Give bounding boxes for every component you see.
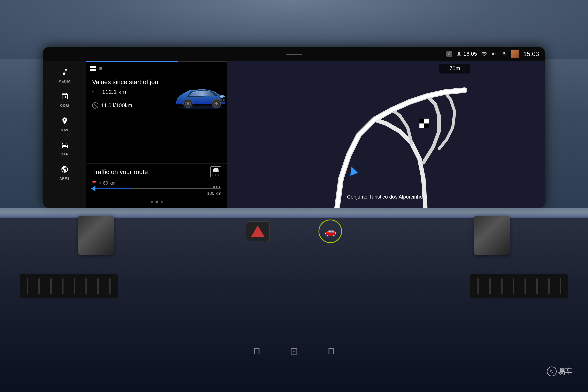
bottom-control-icons: ⊓ ⊡ ⊓ [253,345,335,357]
info-panel: ≡ Values since start of jou •→| 112.1 km [86,61,227,208]
ac-fan-icon[interactable]: ⊡ [290,345,298,357]
sidebar-item-apps[interactable]: APPS [47,162,82,184]
fuel-icon [92,102,98,108]
sidebar-com-label: COM [60,104,69,108]
sidebar-nav-label: NAV [61,128,68,132]
grid-view-icon[interactable] [90,66,96,71]
vent-fin [548,278,550,294]
sidebar-item-car[interactable]: CAR [47,138,82,160]
sidebar-item-media[interactable]: MEDIA [47,65,82,87]
badge-number: 3 [446,51,452,57]
distance-arrow-icon: •→| [92,89,100,95]
seat-heat-icon[interactable]: ⊓ [253,345,260,357]
page-dot-2 [156,201,158,203]
badge-3-small: 3 [99,182,101,185]
sidebar-apps-label: APPS [60,176,70,181]
grid-cell-3 [90,69,93,71]
hazard-button[interactable] [246,222,270,241]
vent-fin [62,278,64,294]
progress-bar-fill [86,61,178,62]
map-panel[interactable]: 70m Conjunto Turistico dos Alporcinhos [227,61,545,208]
schedule-time: 16:05 [456,51,477,57]
user-avatar [511,50,520,58]
traffic-header: Traffic on your route RTTI [92,166,221,178]
expand-icon: ≡ [99,65,102,72]
vent-fin [478,278,479,294]
rtti-badge: RTTI [210,166,221,178]
watermark: © 易车 [547,366,572,376]
svg-rect-19 [424,124,429,128]
car-image-container [170,76,233,116]
bell-icon [456,51,462,57]
vent-fin [560,278,561,294]
pagination-dots [92,199,221,205]
mic-icon-container [501,51,507,57]
seat-cool-icon[interactable]: ⊓ [328,345,335,357]
route-start-arrow [91,186,96,191]
hazard-triangle-icon [251,226,264,237]
svg-point-12 [187,102,189,105]
volume-icon [491,51,498,57]
route-end-distance: 100 km [92,191,221,196]
com-icon [61,92,68,102]
grid-cell-1 [90,66,93,68]
rtti-car-icon [212,168,219,173]
vent-fin [501,278,502,294]
traffic-section: Traffic on your route RTTI 🚩 3 [86,163,227,208]
watermark-circle: © [547,366,557,376]
grid-cell-2 [93,66,96,68]
nav-icon [61,117,68,126]
flag-badge-icon: 🚩 [92,180,98,186]
grid-cell-4 [93,69,96,71]
car-icon [61,141,68,151]
vent-fin [536,278,538,294]
vent-fin [74,278,75,294]
watermark-text: 易车 [558,367,572,376]
traffic-distance-row: 🚩 3 60 km [92,180,221,186]
status-bar: 3 16:05 [43,47,545,61]
divider-line [286,54,302,55]
main-content-area: ≡ Values since start of jou •→| 112.1 km [86,61,545,208]
svg-point-14 [214,171,215,172]
right-ac-vent [470,274,568,298]
svg-text:70m: 70m [450,65,460,71]
route-slider [92,188,221,189]
sidebar-item-com[interactable]: COM [47,89,82,111]
svg-rect-1 [220,98,225,102]
route-slider-container: 100 km [92,188,221,196]
vent-fin [27,278,28,294]
dot-3 [219,186,220,188]
car-settings-icon: 🚗 [324,226,336,237]
watermark-circle-text: © [550,369,553,374]
sidebar: MEDIA COM NAV [43,61,86,208]
left-knob[interactable] [78,216,114,255]
svg-point-9 [215,102,218,105]
vent-fin [513,278,514,294]
vent-fin [38,278,40,294]
svg-rect-18 [420,118,424,124]
map-svg: 70m [227,61,545,208]
traffic-distance-value: 60 km [103,180,116,186]
vent-fin [97,278,99,294]
notification-badge: 3 [446,51,452,57]
vent-fin [524,278,526,294]
car-image [170,76,233,116]
sidebar-item-nav[interactable]: NAV [47,113,82,136]
dot-2 [216,186,218,188]
journey-section: Values since start of jou •→| 112.1 km [86,74,227,163]
vent-fin [489,278,491,294]
svg-point-6 [220,95,224,98]
time1-display: 16:05 [463,51,477,57]
journey-progress-bar [86,61,227,62]
distance-value: 112.1 km [102,88,126,95]
left-ac-vent [20,274,118,298]
volume-icon-container [491,51,498,57]
network-icon-container [481,51,487,57]
speaker-grille [412,4,568,47]
page-dot-1 [151,201,153,203]
infotainment-screen: 3 16:05 [43,47,545,208]
bottom-buttons-row: 🚗 [246,220,342,243]
right-knob[interactable] [474,216,510,255]
mic-icon [501,51,507,57]
car-settings-button[interactable]: 🚗 [318,220,342,243]
